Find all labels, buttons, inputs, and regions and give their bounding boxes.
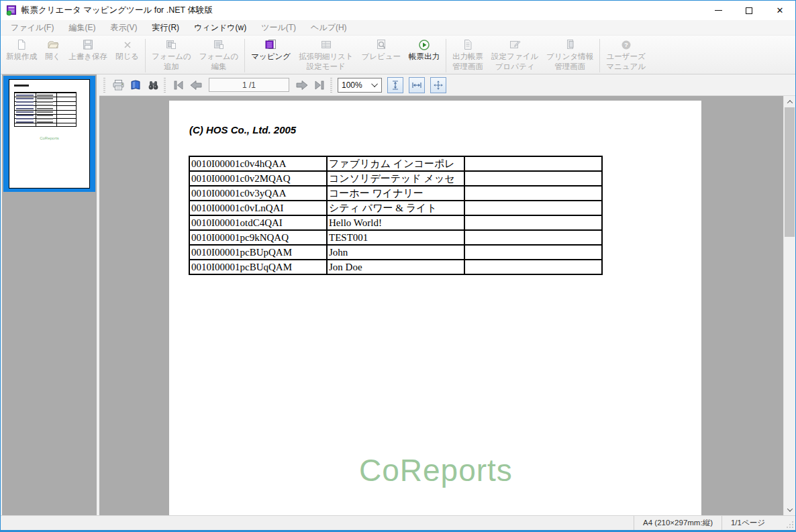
menu-file[interactable]: ファイル(F) [3, 20, 61, 35]
fit-page-button[interactable] [430, 77, 446, 93]
preview-icon [375, 38, 387, 51]
toolbar-grip[interactable] [103, 78, 105, 93]
scroll-up-button[interactable] [784, 96, 795, 107]
toolbar-separator [244, 39, 245, 72]
cell-id: 0010I00001c0v3yQAA [189, 186, 327, 201]
printer-info-button[interactable]: プリンタ情報管理画面 [542, 38, 597, 72]
close-icon: ✕ [777, 6, 784, 15]
fit-height-icon [390, 80, 401, 91]
menu-run[interactable]: 実行(R) [144, 20, 187, 35]
table-row: 0010I00001c0v3yQAA コーホー ワイナリー [189, 186, 602, 201]
cell-extra [464, 230, 602, 245]
cell-name: ファブリカム インコーポレ [327, 156, 464, 171]
thumb-table-gridline [36, 93, 36, 126]
form-add-icon [165, 38, 177, 51]
next-page-icon [295, 79, 309, 91]
last-page-button[interactable] [311, 76, 328, 94]
menu-view[interactable]: 表示(V) [103, 20, 144, 35]
cell-extra [464, 201, 602, 215]
open-folder-icon [47, 38, 59, 51]
app-window: 帳票クリエータ マッピングツール for .NET 体験版 ✕ ファイル(F) … [0, 0, 796, 532]
cell-extra [464, 215, 602, 230]
table-row: 0010I00001pc9kNQAQ TEST001 [189, 230, 602, 245]
app-icon [6, 5, 17, 16]
previous-page-button[interactable] [187, 76, 205, 94]
cell-id: 0010I00001otdC4QAI [189, 215, 327, 230]
fit-page-icon [433, 80, 444, 91]
new-button[interactable]: 新規作成 [2, 38, 41, 62]
maximize-button[interactable] [734, 1, 764, 20]
report-page: (C) HOS Co., Ltd. 2005 0010I00001c0v4hQA… [169, 101, 701, 515]
printer-icon [112, 79, 125, 91]
report-output-button[interactable]: 帳票出力 [405, 38, 444, 62]
fit-width-button[interactable] [409, 77, 425, 93]
title-bar: 帳票クリエータ マッピングツール for .NET 体験版 ✕ [1, 1, 795, 20]
menu-edit[interactable]: 編集(E) [61, 20, 103, 35]
chevron-down-icon [371, 81, 378, 87]
form-edit-icon [213, 38, 225, 51]
table-row: 0010I00001c0v2MQAQ コンソリデーテッド メッセ [189, 171, 602, 186]
form-add-button[interactable]: フォームの追加 [148, 38, 195, 72]
printer-info-icon [565, 38, 575, 51]
close-file-button[interactable]: 閉じる [111, 38, 143, 62]
content-area: CoReports [1, 74, 795, 515]
cell-name: TEST001 [327, 230, 464, 245]
page-thumbnail-selected[interactable]: CoReports [3, 76, 95, 192]
toolbar-grip[interactable] [330, 78, 332, 93]
cell-id: 0010I00001pcBUpQAM [189, 245, 327, 260]
extended-list-button[interactable]: 拡張明細リスト設定モード [295, 38, 357, 72]
first-page-button[interactable] [170, 76, 187, 94]
report-book-button[interactable] [127, 76, 144, 94]
cell-name: John [327, 245, 464, 260]
preview-canvas: (C) HOS Co., Ltd. 2005 0010I00001c0v4hQA… [99, 96, 795, 515]
mapping-button[interactable]: マッピング [247, 38, 295, 62]
save-button[interactable]: 上書き保存 [64, 38, 111, 62]
thumb-name-column-text [37, 94, 53, 125]
scrollbar-thumb[interactable] [785, 107, 795, 237]
cell-extra [464, 186, 602, 201]
menu-help[interactable]: ヘルプ(H) [303, 20, 354, 35]
print-button[interactable] [109, 76, 127, 94]
open-button[interactable]: 開く [41, 38, 64, 62]
close-button[interactable]: ✕ [764, 1, 795, 20]
new-document-icon [16, 38, 27, 51]
cell-extra [464, 245, 602, 260]
main-toolbar: 新規作成 開く 上書き保存 閉じる フォームの追加 [1, 36, 795, 74]
page-number-field[interactable]: 1 /1 [209, 78, 289, 92]
page-indicator-status: 1/1ページ [722, 516, 774, 530]
form-edit-button[interactable]: フォームの編集 [195, 38, 243, 72]
preview-pane: 1 /1 100% [99, 74, 795, 515]
output-manage-button[interactable]: 出力帳票管理画面 [448, 38, 487, 72]
cell-id: 0010I00001c0vLnQAI [189, 201, 327, 215]
page-thumbnail: CoReports [9, 79, 90, 189]
zoom-select[interactable]: 100% [338, 78, 382, 93]
scroll-down-button[interactable] [784, 504, 795, 515]
search-button[interactable] [144, 76, 162, 94]
next-page-button[interactable] [293, 76, 311, 94]
preview-button[interactable]: プレビュー [357, 38, 405, 62]
coreports-watermark: CoReports [359, 452, 513, 488]
toolbar-grip[interactable] [164, 78, 166, 93]
cell-name: コンソリデーテッド メッセ [327, 171, 464, 186]
menu-tools[interactable]: ツール(T) [254, 20, 303, 35]
minimize-icon [715, 10, 722, 11]
menu-window[interactable]: ウィンドウ(w) [187, 20, 254, 35]
svg-text:?: ? [624, 41, 628, 48]
table-row: 0010I00001c0vLnQAI シティ パワー & ライト [189, 201, 602, 215]
save-icon [83, 38, 93, 51]
manual-button[interactable]: ? ユーザーズマニュアル [602, 38, 650, 72]
vertical-scrollbar[interactable] [783, 96, 795, 515]
zoom-value: 100% [342, 81, 362, 90]
minimize-button[interactable] [703, 1, 734, 20]
settings-file-button[interactable]: 設定ファイルプロパティ [487, 38, 542, 72]
cell-name: Hello World! [327, 215, 464, 230]
fit-height-button[interactable] [387, 77, 403, 93]
chevron-up-icon [787, 100, 792, 105]
book-icon [130, 79, 142, 91]
binoculars-icon [147, 79, 160, 91]
cell-id: 0010I00001pc9kNQAQ [189, 230, 327, 245]
thumb-id-column-text [16, 94, 34, 125]
report-output-icon [418, 38, 430, 51]
cell-name: シティ パワー & ライト [327, 201, 464, 215]
resize-grip[interactable] [774, 516, 795, 530]
